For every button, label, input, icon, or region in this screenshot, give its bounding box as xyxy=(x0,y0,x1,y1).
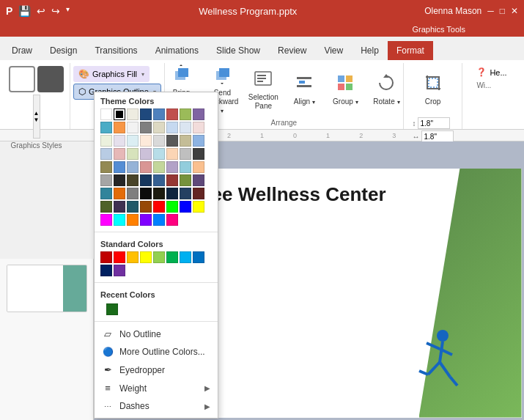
theme-color-swatch[interactable] xyxy=(114,174,125,186)
theme-color-swatch[interactable] xyxy=(114,122,125,133)
group-button[interactable]: Group ▾ xyxy=(326,65,364,114)
theme-color-swatch[interactable] xyxy=(140,122,152,133)
theme-color-swatch[interactable] xyxy=(114,161,125,173)
theme-color-swatch[interactable] xyxy=(166,174,178,186)
theme-color-swatch[interactable] xyxy=(166,161,178,173)
redo-icon[interactable]: ↪ xyxy=(50,4,62,18)
save-icon[interactable]: 💾 xyxy=(17,4,32,18)
theme-color-swatch[interactable] xyxy=(100,122,112,133)
theme-color-swatch[interactable] xyxy=(193,201,204,213)
eyedropper-item[interactable]: ✒ Eyedropper xyxy=(95,361,218,379)
theme-color-swatch[interactable] xyxy=(180,174,191,186)
theme-color-swatch[interactable] xyxy=(114,188,125,199)
theme-color-swatch[interactable] xyxy=(127,188,139,199)
no-outline-item[interactable]: ▱ No Outline xyxy=(95,325,218,343)
theme-color-swatch[interactable] xyxy=(166,214,178,226)
running-figure[interactable] xyxy=(412,327,463,403)
theme-color-swatch[interactable] xyxy=(140,201,152,213)
theme-color-swatch[interactable] xyxy=(166,148,178,160)
theme-color-swatch[interactable] xyxy=(153,122,165,133)
tab-draw[interactable]: Draw xyxy=(3,41,41,60)
theme-color-swatch[interactable] xyxy=(100,214,112,226)
theme-color-swatch[interactable] xyxy=(100,108,112,120)
theme-color-swatch[interactable] xyxy=(180,108,191,120)
width-input[interactable] xyxy=(421,130,454,142)
theme-color-swatch[interactable] xyxy=(193,161,204,173)
theme-color-swatch[interactable] xyxy=(180,201,191,213)
tab-review[interactable]: Review xyxy=(269,41,315,60)
theme-color-swatch[interactable] xyxy=(166,122,178,133)
theme-color-swatch[interactable] xyxy=(100,188,112,199)
style-swatch-1[interactable] xyxy=(9,66,35,92)
rotate-button[interactable]: Rotate ▾ xyxy=(367,65,405,114)
standard-color-swatch[interactable] xyxy=(153,251,165,263)
close-button[interactable]: ✕ xyxy=(511,6,518,16)
align-button[interactable]: Align ▾ xyxy=(285,65,323,114)
theme-color-swatch[interactable] xyxy=(153,188,165,199)
theme-color-swatch[interactable] xyxy=(127,161,139,173)
selection-pane-button[interactable]: SelectionPane xyxy=(244,65,282,114)
theme-color-swatch[interactable] xyxy=(153,148,165,160)
theme-color-swatch[interactable] xyxy=(153,214,165,226)
height-input[interactable] xyxy=(418,117,450,129)
standard-color-swatch[interactable] xyxy=(180,251,191,263)
theme-color-swatch[interactable] xyxy=(180,122,191,133)
theme-color-swatch[interactable] xyxy=(166,108,178,120)
maximize-button[interactable]: □ xyxy=(500,6,505,16)
standard-color-swatch[interactable] xyxy=(193,251,204,263)
standard-color-swatch[interactable] xyxy=(100,251,112,263)
theme-color-swatch[interactable] xyxy=(114,148,125,160)
theme-color-swatch[interactable] xyxy=(140,148,152,160)
style-swatch-2[interactable] xyxy=(37,66,64,92)
crop-button[interactable]: Crop xyxy=(413,65,454,114)
theme-color-swatch[interactable] xyxy=(166,188,178,199)
theme-color-swatch[interactable] xyxy=(140,161,152,173)
theme-color-swatch[interactable] xyxy=(114,108,125,120)
theme-color-swatch[interactable] xyxy=(193,148,204,160)
tab-format[interactable]: Format xyxy=(388,41,433,60)
theme-color-swatch[interactable] xyxy=(140,214,152,226)
theme-color-swatch[interactable] xyxy=(180,188,191,199)
more-colors-item[interactable]: 🔵 More Outline Colors... xyxy=(95,343,218,361)
theme-color-swatch[interactable] xyxy=(100,161,112,173)
theme-color-swatch[interactable] xyxy=(140,108,152,120)
theme-color-swatch[interactable] xyxy=(193,135,204,147)
standard-color-swatch[interactable] xyxy=(127,251,139,263)
theme-color-swatch[interactable] xyxy=(127,174,139,186)
theme-color-swatch[interactable] xyxy=(180,135,191,147)
theme-color-swatch[interactable] xyxy=(100,174,112,186)
theme-color-swatch[interactable] xyxy=(140,135,152,147)
theme-color-swatch[interactable] xyxy=(153,161,165,173)
customize-icon[interactable]: ▾ xyxy=(64,4,71,18)
theme-color-swatch[interactable] xyxy=(193,188,204,199)
slide-thumbnail[interactable] xyxy=(7,265,87,312)
theme-color-swatch[interactable] xyxy=(180,161,191,173)
standard-color-swatch[interactable] xyxy=(114,265,125,276)
theme-color-swatch[interactable] xyxy=(127,108,139,120)
theme-color-swatch[interactable] xyxy=(153,201,165,213)
theme-color-swatch[interactable] xyxy=(100,201,112,213)
standard-color-swatch[interactable] xyxy=(166,251,178,263)
theme-color-swatch[interactable] xyxy=(140,174,152,186)
tab-design[interactable]: Design xyxy=(41,41,86,60)
theme-color-swatch[interactable] xyxy=(114,214,125,226)
styles-scroll-up[interactable]: ▲ ▼ xyxy=(33,95,40,139)
theme-color-swatch[interactable] xyxy=(166,135,178,147)
standard-color-swatch[interactable] xyxy=(100,265,112,276)
tab-slideshow[interactable]: Slide Show xyxy=(207,41,269,60)
tab-transitions[interactable]: Transitions xyxy=(86,41,146,60)
theme-color-swatch[interactable] xyxy=(100,148,112,160)
help-button[interactable]: ❓ He... xyxy=(473,66,509,78)
theme-color-swatch[interactable] xyxy=(140,188,152,199)
tab-animations[interactable]: Animations xyxy=(147,41,207,60)
theme-color-swatch[interactable] xyxy=(114,135,125,147)
theme-color-swatch[interactable] xyxy=(153,108,165,120)
theme-color-swatch[interactable] xyxy=(153,135,165,147)
graphics-fill-button[interactable]: 🎨 Graphics Fill ▾ xyxy=(73,66,150,82)
theme-color-swatch[interactable] xyxy=(100,135,112,147)
weight-item[interactable]: ≡ Weight ▶ xyxy=(95,379,218,397)
theme-color-swatch[interactable] xyxy=(127,148,139,160)
tab-view[interactable]: View xyxy=(315,41,352,60)
theme-color-swatch[interactable] xyxy=(127,122,139,133)
theme-color-swatch[interactable] xyxy=(127,135,139,147)
